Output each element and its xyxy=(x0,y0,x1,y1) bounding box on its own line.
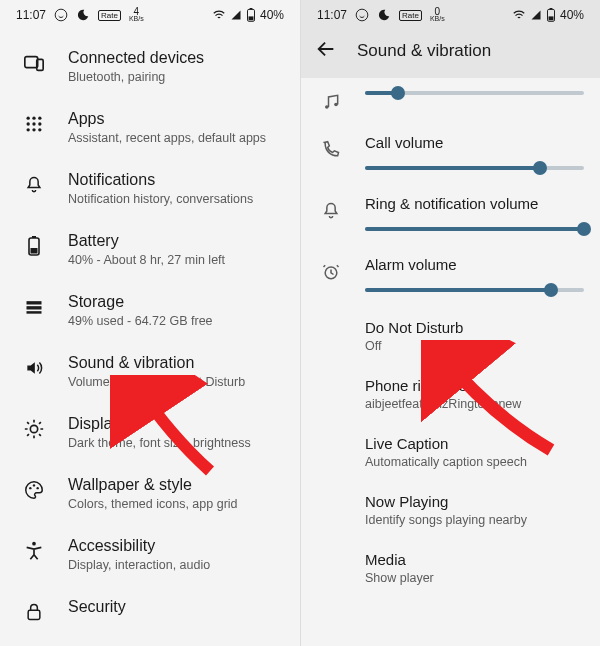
row-wallpaper[interactable]: Wallpaper & styleColors, themed icons, a… xyxy=(0,463,300,524)
svg-point-8 xyxy=(38,117,41,120)
pref-ringtone[interactable]: Phone ringtone aibjeetfeatritvizRingtone… xyxy=(301,365,600,423)
row-title: Sound & vibration xyxy=(68,354,245,372)
row-title: Battery xyxy=(68,232,225,250)
row-sub: Display, interaction, audio xyxy=(68,558,210,572)
wifi-icon xyxy=(512,8,526,22)
svg-point-32 xyxy=(334,103,338,107)
status-bar: 11:07 Rate 4KB/s 40% xyxy=(0,0,300,30)
slider-label: Call volume xyxy=(365,134,584,151)
moon-icon xyxy=(377,8,391,22)
svg-point-27 xyxy=(356,9,368,21)
svg-rect-4 xyxy=(25,57,38,68)
row-storage[interactable]: Storage49% used - 64.72 GB free xyxy=(0,280,300,341)
row-display[interactable]: DisplayDark theme, font size, brightness xyxy=(0,402,300,463)
pref-media[interactable]: Media Show player xyxy=(301,539,600,597)
row-sub: Bluetooth, pairing xyxy=(68,70,204,84)
slider-track[interactable] xyxy=(365,86,584,100)
svg-rect-17 xyxy=(31,248,38,254)
row-sub: 40% - About 8 hr, 27 min left xyxy=(68,253,225,267)
pref-now-playing[interactable]: Now Playing Identify songs playing nearb… xyxy=(301,481,600,539)
row-sound-vibration[interactable]: Sound & vibrationVolume, haptics, Do Not… xyxy=(0,341,300,402)
slider-track[interactable] xyxy=(365,161,584,175)
palette-icon xyxy=(22,478,46,502)
svg-point-7 xyxy=(32,117,35,120)
battery-icon xyxy=(246,8,256,22)
pref-label: Phone ringtone xyxy=(365,377,584,394)
alarm-icon xyxy=(319,260,343,284)
svg-point-11 xyxy=(38,122,41,125)
row-accessibility[interactable]: AccessibilityDisplay, interaction, audio xyxy=(0,524,300,585)
row-apps[interactable]: AppsAssistant, recent apps, default apps xyxy=(0,97,300,158)
status-time: 11:07 xyxy=(317,8,347,22)
signal-icon xyxy=(530,9,542,21)
svg-rect-19 xyxy=(27,306,42,309)
whatsapp-icon xyxy=(355,8,369,22)
storage-icon xyxy=(22,295,46,319)
settings-screen: 11:07 Rate 4KB/s 40% Connected devicesBl… xyxy=(0,0,300,646)
row-title: Apps xyxy=(68,110,266,128)
moon-icon xyxy=(76,8,90,22)
pref-label: Do Not Disturb xyxy=(365,319,584,336)
svg-rect-2 xyxy=(250,8,253,9)
pref-label: Media xyxy=(365,551,584,568)
row-sub: Dark theme, font size, brightness xyxy=(68,436,251,450)
signal-icon xyxy=(230,9,242,21)
svg-rect-29 xyxy=(550,8,553,9)
slider-media[interactable] xyxy=(301,78,600,124)
pref-dnd[interactable]: Do Not Disturb Off xyxy=(301,307,600,365)
svg-rect-20 xyxy=(27,311,42,314)
apps-icon xyxy=(22,112,46,136)
devices-icon xyxy=(22,51,46,75)
whatsapp-icon xyxy=(54,8,68,22)
battery-percent: 40% xyxy=(260,8,284,22)
arrow-back-icon xyxy=(315,38,337,60)
slider-label: Alarm volume xyxy=(365,256,584,273)
sound-settings: Call volume Ring & notification volume A… xyxy=(301,78,600,597)
svg-point-13 xyxy=(32,128,35,131)
row-battery[interactable]: Battery40% - About 8 hr, 27 min left xyxy=(0,219,300,280)
svg-rect-30 xyxy=(549,16,554,20)
svg-point-31 xyxy=(325,105,329,109)
slider-track[interactable] xyxy=(365,283,584,297)
slider-call[interactable]: Call volume xyxy=(301,124,600,185)
row-sub: 49% used - 64.72 GB free xyxy=(68,314,213,328)
svg-point-25 xyxy=(32,542,36,546)
row-title: Storage xyxy=(68,293,213,311)
row-title: Accessibility xyxy=(68,537,210,555)
pref-sub: Off xyxy=(365,339,584,353)
wifi-icon xyxy=(212,8,226,22)
svg-point-23 xyxy=(33,484,35,486)
svg-point-22 xyxy=(29,487,31,489)
svg-point-10 xyxy=(32,122,35,125)
badge-icon: Rate xyxy=(98,10,121,21)
accessibility-icon xyxy=(22,539,46,563)
svg-rect-16 xyxy=(32,236,36,238)
pref-label: Now Playing xyxy=(365,493,584,510)
badge-icon: Rate xyxy=(399,10,422,21)
row-notifications[interactable]: NotificationsNotification history, conve… xyxy=(0,158,300,219)
bell-icon xyxy=(319,199,343,223)
status-time: 11:07 xyxy=(16,8,46,22)
svg-point-14 xyxy=(38,128,41,131)
music-icon xyxy=(319,90,343,114)
slider-ring[interactable]: Ring & notification volume xyxy=(301,185,600,246)
back-button[interactable] xyxy=(315,38,337,64)
pref-label: Live Caption xyxy=(365,435,584,452)
pref-sub: Identify songs playing nearby xyxy=(365,513,584,527)
pref-live-caption[interactable]: Live Caption Automatically caption speec… xyxy=(301,423,600,481)
row-title: Connected devices xyxy=(68,49,204,67)
battery-icon xyxy=(546,8,556,22)
row-security[interactable]: Security xyxy=(0,585,300,637)
pref-sub: Automatically caption speech xyxy=(365,455,584,469)
status-bar: 11:07 Rate 0KB/s 40% xyxy=(301,0,600,30)
slider-label: Ring & notification volume xyxy=(365,195,584,212)
row-connected-devices[interactable]: Connected devicesBluetooth, pairing xyxy=(0,36,300,97)
bell-icon xyxy=(22,173,46,197)
svg-point-6 xyxy=(27,117,30,120)
row-sub: Volume, haptics, Do Not Disturb xyxy=(68,375,245,389)
slider-alarm[interactable]: Alarm volume xyxy=(301,246,600,307)
slider-track[interactable] xyxy=(365,222,584,236)
svg-point-12 xyxy=(27,128,30,131)
phone-icon xyxy=(319,138,343,162)
svg-point-9 xyxy=(27,122,30,125)
